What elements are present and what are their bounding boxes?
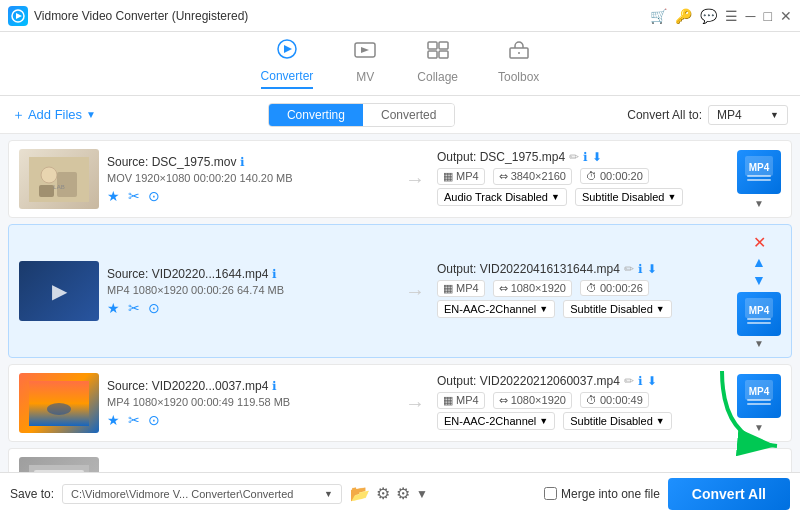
- converted-tab[interactable]: Converted: [363, 104, 454, 126]
- chat-icon[interactable]: 💬: [700, 8, 717, 24]
- output-download-icon-1[interactable]: ⬇: [592, 150, 602, 164]
- svg-point-17: [47, 403, 71, 415]
- subtitle-select-3[interactable]: Subtitle Disabled ▼: [563, 412, 671, 430]
- output-edit-icon-3[interactable]: ✏: [624, 374, 634, 388]
- down-btn-2[interactable]: ▼: [752, 272, 766, 288]
- file-meta-3: MP4 1080×1920 00:00:49 119.58 MB: [107, 396, 393, 408]
- menu-icon[interactable]: ☰: [725, 8, 738, 24]
- app-icon: [8, 6, 28, 26]
- format-select-dropdown[interactable]: MP4 ▼: [708, 105, 788, 125]
- mv-icon: [353, 39, 377, 66]
- collage-icon: [426, 39, 450, 66]
- duration-badge-1: ⏱ 00:00:20: [580, 168, 649, 184]
- source-info-icon-2[interactable]: ℹ: [272, 267, 277, 281]
- source-info-icon-1[interactable]: ℹ: [240, 155, 245, 169]
- output-row-1: ▦ MP4 ⇔ 3840×2160 ⏱ 00:00:20: [437, 168, 723, 185]
- output-row-2: ▦ MP4 ⇔ 1080×1920 ⏱ 00:00:26: [437, 280, 723, 297]
- audio-track-select-3[interactable]: EN-AAC-2Channel ▼: [437, 412, 555, 430]
- svg-rect-8: [439, 51, 448, 58]
- svg-rect-13: [39, 185, 54, 197]
- subtitle-select-2[interactable]: Subtitle Disabled ▼: [563, 300, 671, 318]
- bottom-bar: Save to: C:\Vidmore\Vidmore V... Convert…: [0, 472, 800, 514]
- tab-toolbox[interactable]: Toolbox: [498, 39, 539, 88]
- add-files-label: ＋ Add Files: [12, 106, 82, 124]
- audio-track-select-2[interactable]: EN-AAC-2Channel ▼: [437, 300, 555, 318]
- output-track-row-2: EN-AAC-2Channel ▼ Subtitle Disabled ▼: [437, 300, 723, 318]
- output-download-icon-2[interactable]: ⬇: [647, 262, 657, 276]
- format-select-arrow: ▼: [770, 110, 779, 120]
- title-bar-right: 🛒 🔑 💬 ☰ ─ □ ✕: [650, 8, 792, 24]
- file-source-2: Source: VID20220...1644.mp4 ℹ: [107, 267, 393, 281]
- res-badge-1: ⇔ 3840×2160: [493, 168, 572, 185]
- cart-icon[interactable]: 🛒: [650, 8, 667, 24]
- mp4-badge-1: MP4: [737, 150, 781, 194]
- output-source-1: Output: DSC_1975.mp4 ✏ ℹ ⬇: [437, 150, 723, 164]
- scissors-icon-1[interactable]: ✂: [128, 188, 140, 204]
- format-dropdown-btn-2[interactable]: ▼: [754, 338, 764, 349]
- output-download-icon-3[interactable]: ⬇: [647, 374, 657, 388]
- effects-icon-2[interactable]: ⊙: [148, 300, 160, 316]
- duration-badge-2: ⏱ 00:00:26: [580, 280, 649, 296]
- settings-icon[interactable]: ⚙: [376, 484, 390, 503]
- output-track-row-3: EN-AAC-2Channel ▼ Subtitle Disabled ▼: [437, 412, 723, 430]
- svg-rect-6: [439, 42, 448, 49]
- output-edit-icon-1[interactable]: ✏: [569, 150, 579, 164]
- merge-checkbox[interactable]: [544, 487, 557, 500]
- app-window: Vidmore Video Converter (Unregistered) 🛒…: [0, 0, 800, 514]
- convert-all-to: Convert All to: MP4 ▼: [627, 105, 788, 125]
- tab-bar: Converter MV Collage: [0, 32, 800, 96]
- tab-converter[interactable]: Converter: [261, 38, 314, 89]
- file-list: LAB Source: DSC_1975.mov ℹ MOV 1920×1080…: [0, 134, 800, 472]
- more-icon[interactable]: ▼: [416, 487, 428, 501]
- output-info-icon-2[interactable]: ℹ: [638, 262, 643, 276]
- svg-marker-3: [284, 45, 292, 53]
- format-badge-2: ▦ MP4: [437, 280, 485, 297]
- format-action-group-2: ✕ ▲ ▼ MP4 ▼: [737, 233, 781, 349]
- maximize-icon[interactable]: □: [764, 8, 772, 24]
- title-bar: Vidmore Video Converter (Unregistered) 🛒…: [0, 0, 800, 32]
- add-files-button[interactable]: ＋ Add Files ▼: [12, 106, 96, 124]
- output-source-2: Output: VID20220416131644.mp4 ✏ ℹ ⬇: [437, 262, 723, 276]
- play-icon-2: ▶: [52, 279, 67, 303]
- subtitle-select-1[interactable]: Subtitle Disabled ▼: [575, 188, 683, 206]
- output-info-icon-3[interactable]: ℹ: [638, 374, 643, 388]
- star-icon-3[interactable]: ★: [107, 412, 120, 428]
- effects-icon-1[interactable]: ⊙: [148, 188, 160, 204]
- tab-collage[interactable]: Collage: [417, 39, 458, 88]
- file-info-1: Source: DSC_1975.mov ℹ MOV 1920×1080 00:…: [107, 155, 393, 204]
- format-action-group-1: MP4 ▼: [737, 150, 781, 209]
- output-edit-icon-2[interactable]: ✏: [624, 262, 634, 276]
- save-path-dropdown-arrow[interactable]: ▼: [324, 489, 333, 499]
- file-meta-1: MOV 1920×1080 00:00:20 140.20 MB: [107, 172, 393, 184]
- output-info-icon-1[interactable]: ℹ: [583, 150, 588, 164]
- tab-mv[interactable]: MV: [353, 39, 377, 88]
- star-icon-1[interactable]: ★: [107, 188, 120, 204]
- audio-track-select-1[interactable]: Audio Track Disabled ▼: [437, 188, 567, 206]
- delete-btn-2[interactable]: ✕: [753, 233, 766, 252]
- format-dropdown-btn-1[interactable]: ▼: [754, 198, 764, 209]
- open-folder-icon[interactable]: 📂: [350, 484, 370, 503]
- convert-all-button[interactable]: Convert All: [668, 478, 790, 510]
- converting-tab[interactable]: Converting: [269, 104, 363, 126]
- settings2-icon[interactable]: ⚙: [396, 484, 410, 503]
- arrow-icon-1: →: [405, 168, 425, 191]
- file-source-1: Source: DSC_1975.mov ℹ: [107, 155, 393, 169]
- key-icon[interactable]: 🔑: [675, 8, 692, 24]
- app-title: Vidmore Video Converter (Unregistered): [34, 9, 248, 23]
- scissors-icon-3[interactable]: ✂: [128, 412, 140, 428]
- thumbnail-1: LAB: [19, 149, 99, 209]
- close-icon[interactable]: ✕: [780, 8, 792, 24]
- effects-icon-3[interactable]: ⊙: [148, 412, 160, 428]
- duration-badge-3: ⏱ 00:00:49: [580, 392, 649, 408]
- thumbnail-4: [19, 457, 99, 472]
- scissors-icon-2[interactable]: ✂: [128, 300, 140, 316]
- merge-checkbox-group: Merge into one file: [544, 487, 660, 501]
- convert-all-to-label: Convert All to:: [627, 108, 702, 122]
- minimize-icon[interactable]: ─: [746, 8, 756, 24]
- up-btn-2[interactable]: ▲: [752, 254, 766, 270]
- output-track-row-1: Audio Track Disabled ▼ Subtitle Disabled…: [437, 188, 723, 206]
- add-files-dropdown-icon[interactable]: ▼: [86, 109, 96, 120]
- source-info-icon-3[interactable]: ℹ: [272, 379, 277, 393]
- star-icon-2[interactable]: ★: [107, 300, 120, 316]
- converter-icon: [275, 38, 299, 65]
